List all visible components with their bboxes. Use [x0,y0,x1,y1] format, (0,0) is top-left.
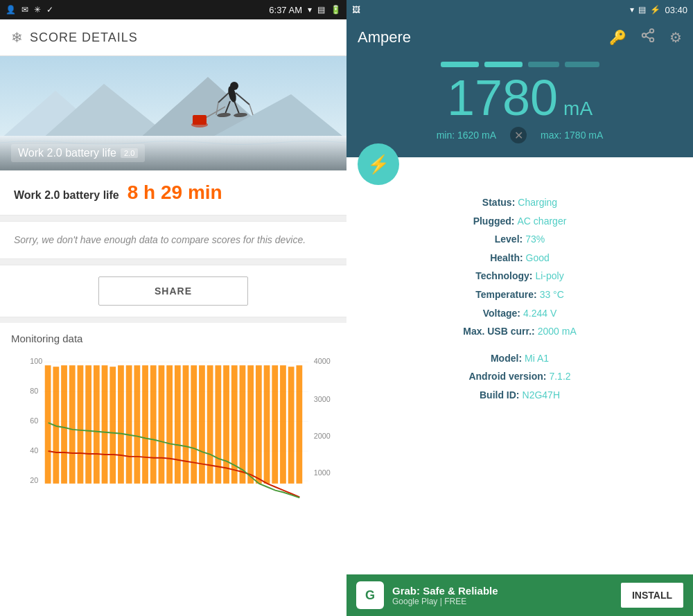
left-panel: ❄ SCORE DETAILS [0,19,346,616]
battery-symbol: ⚡ [367,154,389,175]
ad-banner: G Grab: Safe & Reliable Google Play | FR… [346,574,693,616]
info-row-voltage: Voltage: 4.244 V [360,304,679,323]
svg-line-69 [646,32,650,35]
info-row-model: Model: Mi A1 [360,349,679,368]
svg-text:60: 60 [30,416,38,425]
model-label: Model: [491,349,522,368]
maxusb-label: Max. USB curr.: [463,322,534,341]
info-row-health: Health: Good [360,249,679,267]
settings-icon[interactable]: ⚙ [669,29,682,46]
ampere-title: Ampere [358,28,411,46]
health-label: Health: [490,249,523,267]
voltage-value: 4.244 V [523,304,556,323]
wifi-icon-right: ▾ [630,5,634,15]
info-divider [360,341,679,349]
svg-rect-46 [150,365,157,484]
info-row-buildid: Build ID: N2G47H [360,386,679,405]
max-text: max: 1780 mA [541,130,603,141]
asterisk-icon: ✳ [34,5,41,15]
left-time: 6:37 AM [269,5,302,15]
svg-text:4000: 4000 [314,357,331,365]
signal-icon-right: ▤ [638,5,646,15]
info-row-android: Android version: 7.1.2 [360,367,679,386]
email-icon: ✉ [21,5,28,15]
score-label: Work 2.0 battery life [14,189,119,202]
image-icon: 🖼 [352,5,360,15]
svg-rect-55 [223,365,229,484]
ad-icon-text: G [365,588,375,603]
temperature-value: 33 °C [540,285,564,304]
svg-rect-58 [247,365,254,484]
svg-point-67 [650,38,654,42]
svg-rect-40 [102,365,108,484]
svg-rect-60 [264,365,270,484]
ampere-meter: 1780 mA min: 1620 mA ✕ max: 1780 mA [346,55,693,157]
svg-text:100: 100 [30,357,42,365]
svg-rect-41 [109,367,116,484]
share-icon[interactable] [640,28,656,46]
monitoring-title: Monitoring data [11,333,335,344]
svg-rect-43 [126,365,132,484]
signal-icon-left: ▤ [317,5,325,15]
hero-badge: Work 2.0 battery life 2.0 [11,144,145,162]
score-result-card: Work 2.0 battery life 8 h 29 min [0,170,346,215]
meter-bar-3 [528,62,559,67]
chart-container: 100 80 60 40 20 4000 3000 2000 1000 [11,350,335,502]
svg-rect-52 [199,365,205,484]
svg-rect-47 [159,365,165,484]
battery-row: ⚡ [346,143,693,185]
key-icon[interactable]: 🔑 [609,29,626,46]
wifi-icon-left: ▾ [308,5,312,15]
svg-rect-59 [256,365,262,484]
status-bar-right: 🖼 ▾ ▤ ⚡ 03:40 [346,0,693,19]
svg-rect-37 [78,365,84,484]
svg-rect-45 [142,365,148,484]
comparison-text: Sorry, we don't have enough data to comp… [14,233,333,247]
info-row-maxusb: Max. USB curr.: 2000 mA [360,322,679,341]
share-section: SHARE [0,265,346,317]
level-label: Level: [495,230,523,249]
battery-charging-icon: ⚡ [650,5,660,15]
person-icon: 👤 [6,5,16,15]
snowflake-icon: ❄ [11,29,23,46]
main-content: ❄ SCORE DETAILS [0,19,693,616]
ad-text-block: Grab: Safe & Reliable Google Play | FREE [392,585,613,606]
svg-point-66 [642,33,647,37]
svg-rect-44 [134,365,140,484]
svg-line-68 [646,36,650,39]
svg-rect-42 [118,365,124,484]
cancel-icon[interactable]: ✕ [510,127,527,143]
device-info: Status: Charging Plugged: AC charger Lev… [346,185,693,574]
svg-point-18 [191,122,208,127]
svg-rect-51 [191,365,197,484]
svg-text:80: 80 [30,387,38,395]
svg-rect-38 [85,365,91,484]
ad-icon: G [356,581,384,609]
buildid-label: Build ID: [480,386,520,405]
ampere-header-icons: 🔑 ⚙ [609,28,682,46]
min-text: min: 1620 mA [437,130,496,141]
right-time: 03:40 [665,5,687,15]
hero-overlay: Work 2.0 battery life 2.0 [0,136,346,170]
hero-badge-version: 2.0 [121,148,138,158]
svg-rect-57 [240,365,246,484]
svg-text:20: 20 [30,476,38,484]
svg-point-65 [650,29,654,33]
hero-badge-text: Work 2.0 battery life [18,147,116,159]
min-max-row: min: 1620 mA ✕ max: 1780 mA [358,127,682,143]
battery-icon-circle: ⚡ [358,143,399,185]
svg-rect-39 [94,365,100,484]
right-panel: Ampere 🔑 ⚙ [346,19,693,616]
ampere-header: Ampere 🔑 ⚙ [346,19,693,55]
share-button[interactable]: SHARE [98,276,248,306]
info-row-technology: Technology: Li-poly [360,267,679,285]
svg-text:3000: 3000 [314,395,331,403]
meter-bar-4 [565,62,599,67]
hero-image: Work 2.0 battery life 2.0 [0,56,346,170]
svg-rect-36 [69,365,76,484]
install-button[interactable]: INSTALL [621,583,683,608]
status-bar-left: 👤 ✉ ✳ ✓ 6:37 AM ▾ ▤ 🔋 [0,0,346,19]
status-bar: 👤 ✉ ✳ ✓ 6:37 AM ▾ ▤ 🔋 🖼 ▾ ▤ ⚡ 03:40 [0,0,693,19]
ad-subtitle: Google Play | FREE [392,597,613,606]
plugged-label: Plugged: [473,212,515,231]
